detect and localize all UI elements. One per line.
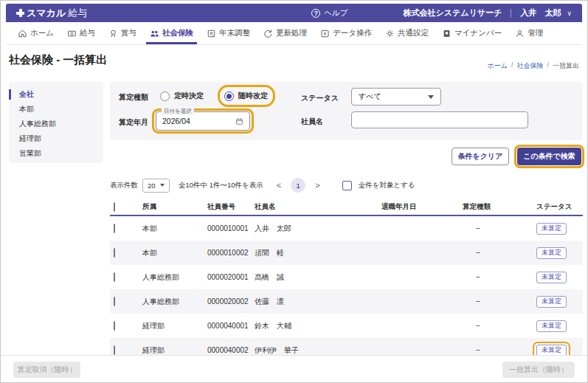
employee-name-label: 社員名 [301, 117, 323, 127]
table-row: 人事総務部 0000020001 髙橋 誠 − 未算定 [110, 265, 583, 289]
radio-teiji-kettei[interactable]: 定時決定 [160, 91, 204, 101]
calc-type-label: 算定種類 [119, 92, 148, 103]
sidebar-item-eigyo[interactable]: 営業部 [9, 146, 103, 161]
nav-item-year-end[interactable]: 年末調整 [200, 22, 257, 44]
radio-circle-icon [224, 92, 234, 101]
employee-table: 所属 社員番号 社員名 退職年月日 算定種類 ステータス 本部 00000100… [110, 199, 583, 362]
date-field-value: 2026/04 [162, 117, 190, 125]
appbar-divider [511, 9, 511, 18]
logo-brand-text: スマカル [27, 7, 66, 20]
status-badge[interactable]: 未算定 [536, 272, 567, 283]
table-body: 本部 0000010001 入井 太郎 − 未算定 本部 0000010002 … [110, 216, 583, 362]
bulk-calc-button[interactable]: 一括算出（随時） [502, 362, 575, 378]
header-emp-no: 社員番号 [207, 202, 252, 212]
list-controls: 表示件数 20 全10件中 1件〜10件を表示 < 1 > 全件を対象とする [110, 177, 581, 193]
nav-item-admin[interactable]: 管理 [508, 22, 550, 44]
help-button[interactable]: ? ヘルプ [311, 8, 347, 18]
row-checkbox[interactable] [114, 224, 115, 233]
page-title: 社会保険 - 一括算出 [9, 53, 107, 67]
caret-down-icon [160, 184, 165, 187]
nav-item-home[interactable]: ホーム [11, 22, 60, 44]
sidebar-item-all-company[interactable]: 全社 [9, 87, 103, 102]
breadcrumb-social-insurance[interactable]: 社会保険 [516, 61, 543, 71]
social-insurance-icon [150, 29, 159, 38]
clear-conditions-button[interactable]: 条件をクリア [452, 148, 509, 165]
breadcrumb-separator: / [511, 61, 513, 71]
radio-zuiji-kaitei[interactable]: 随時改定 [224, 91, 268, 101]
footer-action-bar: 算定取消（随時） 一括算出（随時） [1, 355, 587, 382]
nav-item-my-number[interactable]: マイナンバー [435, 22, 508, 44]
home-icon [18, 29, 27, 38]
status-badge[interactable]: 未算定 [536, 223, 567, 235]
breadcrumb-current: 一括算出 [553, 61, 579, 71]
date-field-floating-label: 日付を選択 [162, 108, 194, 115]
table-row: 本部 0000010001 入井 太郎 − 未算定 [110, 216, 583, 241]
header-status: ステータス [532, 202, 583, 212]
sidebar-item-keiri[interactable]: 経理部 [9, 131, 103, 146]
row-checkbox[interactable] [114, 297, 115, 306]
user-menu[interactable]: 入井 太郎 ∨ [520, 7, 572, 18]
nav-item-update-process[interactable]: 更新処理 [257, 22, 314, 44]
select-all-checkbox[interactable] [342, 181, 352, 190]
sidebar-item-honbu[interactable]: 本部 [9, 102, 103, 117]
breadcrumb-home[interactable]: ホーム [488, 61, 508, 71]
breadcrumb-separator: / [547, 61, 549, 71]
calc-cancel-button[interactable]: 算定取消（随時） [13, 362, 80, 378]
sidebar-item-jinji-somu[interactable]: 人事総務部 [9, 117, 103, 131]
calc-month-input[interactable]: 日付を選択 2026/04 [156, 111, 250, 131]
row-checkbox[interactable] [114, 272, 115, 282]
table-row: 経理部 0000040001 鈴木 大輔 − 未算定 [110, 314, 583, 338]
pagination-next-icon[interactable]: > [315, 181, 319, 190]
search-button[interactable]: この条件で検索 [517, 148, 581, 165]
user-name: 入井 太郎 [520, 7, 561, 18]
payroll-icon [67, 29, 77, 38]
row-checkbox[interactable] [114, 248, 115, 258]
logo-plus-icon [16, 9, 24, 17]
pagination-page-1[interactable]: 1 [291, 178, 305, 193]
calc-type-radio-group: 定時決定 随時改定 [160, 91, 268, 101]
employee-name-input[interactable] [351, 111, 528, 128]
table-row: 人事総務部 0000020002 佐藤 凛 − 未算定 [110, 289, 583, 314]
settings-gear-icon [385, 29, 395, 38]
bonus-icon [108, 29, 118, 38]
pagination-prev-icon[interactable]: < [277, 181, 281, 190]
calc-month-label: 算定年月 [119, 117, 148, 128]
table-row: 本部 0000010002 須間 軽 − 未算定 [110, 241, 583, 265]
data-operation-icon [320, 29, 330, 38]
nav-item-social-insurance[interactable]: 社会保険 [143, 22, 200, 44]
help-label: ヘルプ [324, 8, 347, 18]
caret-down-icon [428, 95, 434, 99]
row-checkbox[interactable] [114, 345, 115, 355]
breadcrumb: ホーム / 社会保険 / 一括算出 [488, 61, 579, 71]
my-number-card-icon [442, 29, 452, 38]
nav-item-common-settings[interactable]: 共通設定 [378, 22, 435, 44]
header-name: 社員名 [252, 202, 376, 212]
header-dept: 所属 [136, 202, 207, 212]
table-header-row: 所属 社員番号 社員名 退職年月日 算定種類 ステータス [110, 199, 583, 216]
row-checkbox[interactable] [114, 321, 115, 331]
status-label: ステータス [301, 93, 339, 103]
logo-product-text: 給与 [68, 7, 87, 20]
page-size-select[interactable]: 20 [142, 179, 170, 193]
global-nav: ホーム 給与 賞与 社会保険 年末調整 更新処理 データ [7, 22, 581, 45]
year-end-adjustment-icon [207, 29, 216, 38]
radio-circle-icon [160, 92, 170, 101]
company-name: 株式会社システムリサーチ [404, 7, 502, 18]
chevron-down-icon: ∨ [567, 10, 572, 17]
select-all-label: 全件を対象とする [359, 181, 415, 190]
status-select[interactable]: すべて [351, 88, 441, 106]
header-retire-date: 退職年月日 [376, 202, 457, 212]
nav-item-bonus[interactable]: 賞与 [102, 22, 143, 44]
header-calc-type: 算定種類 [457, 202, 532, 212]
nav-item-payroll[interactable]: 給与 [60, 22, 102, 44]
app-bar: スマカル 給与 ? ヘルプ 株式会社システムリサーチ 入井 太郎 ∨ [6, 4, 582, 22]
header-checkbox[interactable] [114, 202, 115, 212]
status-badge[interactable]: 未算定 [536, 247, 567, 259]
app-logo: スマカル 給与 [16, 7, 87, 20]
app-window: スマカル 給与 ? ヘルプ 株式会社システムリサーチ 入井 太郎 ∨ ホーム 給… [0, 0, 588, 383]
status-badge[interactable]: 未算定 [536, 320, 567, 332]
select-all-control: 全件を対象とする [342, 181, 415, 190]
status-badge[interactable]: 未算定 [536, 296, 567, 308]
calendar-icon[interactable] [235, 117, 243, 125]
nav-item-data-operation[interactable]: データ操作 [314, 22, 378, 44]
